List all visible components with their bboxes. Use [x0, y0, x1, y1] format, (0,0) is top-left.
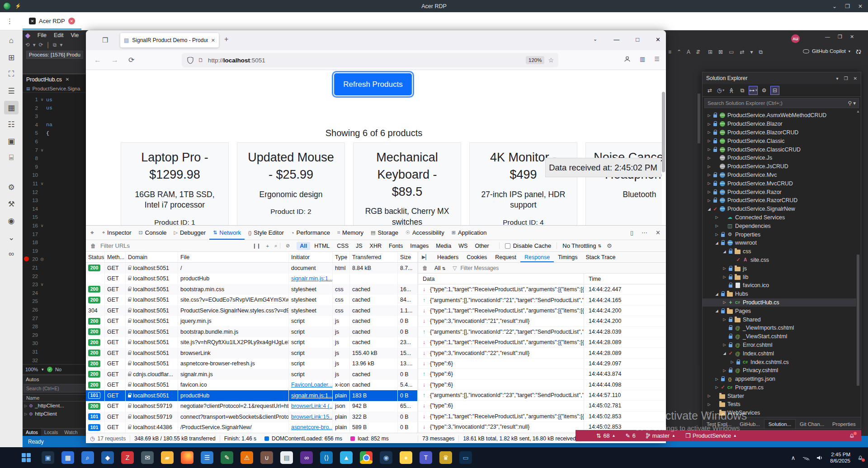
message-type-select[interactable]: All ⇅ — [432, 265, 448, 271]
tree-item-lib[interactable]: ▷lib — [703, 273, 856, 281]
alert-icon[interactable]: ⚠ — [241, 451, 253, 464]
autos-row[interactable]: ▷⚙httpClient — [23, 410, 87, 418]
expander-icon[interactable]: ▷ — [706, 402, 712, 407]
type-filter-html[interactable]: HTML — [311, 242, 333, 250]
folder-icon[interactable]: ▰ — [161, 451, 174, 464]
expander-icon[interactable]: ▷ — [706, 130, 712, 134]
tree-item-productservice-razor[interactable]: ▷ProductService.Razor — [703, 188, 856, 196]
type-filter-xhr[interactable]: XHR — [367, 242, 385, 250]
devtools-tab-inspector[interactable]: ⌖Inspector — [99, 226, 135, 240]
responsive-design-icon[interactable]: ▯ — [630, 229, 633, 236]
notifications-bell-icon[interactable]: 🕭 — [849, 433, 862, 439]
tree-item-producthub-cs[interactable]: ▷+C#ProductHub.cs — [703, 298, 856, 307]
expander-icon[interactable]: ▷ — [706, 156, 712, 160]
window-close-icon[interactable]: ✕ — [656, 36, 660, 43]
fold-chevron-icon[interactable]: ∨ — [38, 148, 46, 152]
tab-close-icon[interactable]: ✕ — [66, 77, 69, 82]
type-filter-js[interactable]: JS — [353, 242, 366, 250]
expander-icon[interactable]: ▷ — [722, 317, 727, 321]
ws-message-row[interactable]: ↓{"type":6}14:44:29.097 — [418, 359, 666, 369]
red-app-icon[interactable]: Z — [121, 451, 134, 464]
vscode-icon[interactable]: ⟨⟩ — [320, 451, 333, 464]
expander-icon[interactable]: ▷ — [706, 394, 712, 398]
git-branch[interactable]: master▲ — [646, 433, 675, 439]
tree-item-productservice-blazor[interactable]: ▷ProductService.Blazor — [703, 120, 856, 128]
document-icon[interactable]: ▤ — [280, 451, 293, 464]
status-counter[interactable]: ⇅68▲ — [596, 432, 615, 439]
column-header-transferred[interactable]: Transferred — [350, 252, 398, 262]
expander-icon[interactable]: ▷ — [722, 343, 727, 347]
network-request-row[interactable]: 200GETlocalhost:5051browserLinkscriptjs1… — [86, 348, 418, 359]
close-panel-icon[interactable]: ✕ — [854, 76, 857, 81]
ws-message-row[interactable]: ↓{"type":3,"invocationId":"21","result":… — [418, 316, 666, 326]
network-request-row[interactable]: 200GETcdnjs.cloudflar...signalr.min.jssc… — [86, 369, 418, 380]
tree-item-error-cshtml[interactable]: ▷@Error.cshtml — [703, 341, 856, 350]
vs-menu-edit[interactable]: Edit — [54, 32, 64, 38]
tree-item-privacy-cshtml[interactable]: ▷@Privacy.cshtml — [703, 366, 856, 375]
vs-process-dropdown[interactable]: Process: [1576] Produ — [26, 51, 83, 59]
expander-icon[interactable]: ▷ — [706, 113, 712, 118]
tree-item--viewstart-cshtml[interactable]: @_ViewStart.cshtml — [703, 332, 856, 341]
network-request-row[interactable]: GETlocalhost:5051productHubsignalr.min.j… — [86, 274, 418, 284]
network-request-row[interactable]: 101GETlocalhost:59719connect?transport=w… — [86, 411, 418, 422]
type-filter-ws[interactable]: WS — [455, 242, 471, 250]
tree-item-favicon-ico[interactable]: favicon.ico — [703, 281, 856, 290]
tree-item-productservice-signalrnew[interactable]: ◢✓ProductService.SignalrNew — [703, 205, 856, 213]
time-column-header[interactable]: Time — [584, 274, 666, 284]
network-request-row[interactable]: 200GETlocalhost:5051jquery.min.jsscriptj… — [86, 316, 418, 327]
ws-message-row[interactable]: ↑{"arguments":[],"invocationId":"21","ta… — [418, 295, 666, 305]
teams-icon[interactable]: T — [420, 451, 432, 464]
tools-icon[interactable]: ⚒ — [4, 197, 19, 211]
block-request-icon[interactable]: ⊘ — [280, 243, 292, 249]
devtools-tab-style-editor[interactable]: {}Style Editor — [245, 226, 288, 240]
vs-document-tab[interactable]: ProductHub.cs ✕ — [23, 74, 86, 85]
devtools-tab-application[interactable]: ⊞Application — [448, 226, 491, 240]
code-health-icon[interactable]: ✓ — [47, 367, 52, 372]
data-column-header[interactable]: Data — [418, 276, 584, 282]
vs-menu-vie[interactable]: Vie — [71, 32, 79, 38]
expander-icon[interactable]: ▷ — [706, 199, 712, 203]
tab-close-icon[interactable]: ✕ — [68, 18, 75, 24]
devtools-tab-console[interactable]: ⊡Console — [135, 226, 170, 240]
type-filter-all[interactable]: All — [297, 242, 310, 250]
list-icon[interactable]: ☷ — [4, 118, 19, 131]
network-request-row[interactable]: 200GETlocalhost:5051bootstrap.bundle.min… — [86, 326, 418, 337]
visual-studio-icon[interactable]: ∞ — [300, 451, 313, 464]
pending-edits[interactable]: ✎6 — [625, 432, 635, 439]
hidden-icons-chevron[interactable]: ∧ — [791, 454, 796, 461]
network-request-row[interactable]: 101GETlocalhost:44386/ProductService.Sig… — [86, 422, 418, 433]
cup-icon[interactable]: ∪ — [260, 451, 273, 464]
details-tab-response[interactable]: Response — [520, 252, 554, 262]
devtools-tab-performance[interactable]: ◔Performance — [288, 226, 334, 240]
avatar[interactable]: AU — [791, 34, 800, 43]
ws-message-row[interactable]: ↓{"type":6}14:45:02.781 — [418, 401, 666, 411]
vs-code-editor[interactable]: 1∨us2us34na5{67∨891011∨1213141516∨171819… — [23, 93, 86, 364]
page-info-icon[interactable]: 🗋 — [198, 57, 203, 63]
refresh-products-button[interactable]: Refresh Products — [333, 72, 413, 96]
tree-item-appsettings-json[interactable]: ▷{}appsettings.json — [703, 375, 856, 383]
details-tab-request[interactable]: Request — [491, 252, 520, 262]
notification-center-icon[interactable]: 🕭 — [858, 454, 863, 461]
devtools-tab-accessibility[interactable]: ☉Accessibility — [402, 226, 448, 240]
initiator-link[interactable]: browserLink:15... — [291, 414, 333, 420]
tree-item-productservice-js[interactable]: ▷ProductService.Js — [703, 154, 856, 162]
tree-item-site-css[interactable]: ✓Asite.css — [703, 256, 856, 265]
menu-icon[interactable]: ☰ — [4, 84, 19, 98]
autos-tab-autos[interactable]: Autos — [23, 429, 41, 436]
tree-item-productservice-jscrud[interactable]: ▷ProductService.JsCRUD — [703, 162, 856, 171]
fold-chevron-icon[interactable]: ∨ — [38, 97, 46, 102]
app-menu-icon[interactable]: ☰ — [654, 56, 660, 62]
page-scrollbar[interactable] — [662, 92, 665, 209]
expand-icon[interactable]: ▷ — [24, 412, 27, 416]
autos-row[interactable]: ▷⚙_httpClient... — [23, 402, 87, 410]
expand-icon[interactable]: ▷ — [24, 404, 27, 408]
tree-item-starter[interactable]: ▷Starter — [703, 392, 856, 400]
chevron-down-icon[interactable]: ⌄ — [4, 231, 19, 244]
column-header-initiator[interactable]: Initiator — [289, 252, 333, 262]
tree-item-productservice-razorcrud[interactable]: ▷ProductService.RazorCRUD — [703, 196, 856, 205]
column-header-size[interactable]: Size — [398, 252, 418, 262]
panel-tab-github-[interactable]: GitHub... — [736, 420, 764, 429]
network-request-row[interactable]: 200GETlocalhost:5051site.js?v=hRQyftXiu1… — [86, 337, 418, 348]
devtools-tab-network[interactable]: ⇅Network — [209, 226, 245, 240]
expander-icon[interactable]: ▷ — [722, 266, 727, 270]
